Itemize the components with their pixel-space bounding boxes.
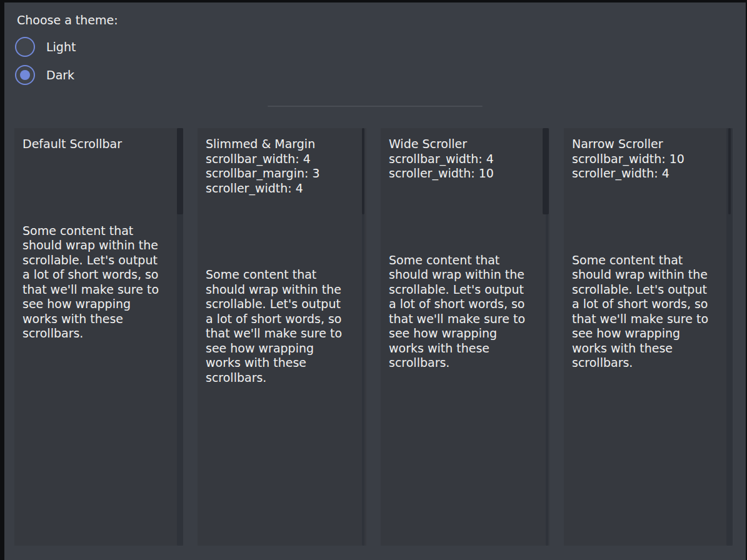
radio-dark-label: Dark — [46, 68, 74, 82]
panel-title: Default Scrollbar — [23, 137, 164, 152]
scrollbar-thumb[interactable] — [728, 128, 731, 214]
scrollable-wide-scroller[interactable]: Wide Scroller scrollbar_width: 4 scrolle… — [381, 128, 549, 546]
panel-paragraph: Some content that should wrap within the… — [572, 253, 714, 371]
theme-prompt: Choose a theme: — [17, 12, 118, 28]
radio-light-label: Light — [46, 39, 76, 54]
scrollable-default-content-area: Default Scrollbar Some content that shou… — [14, 128, 183, 341]
panel-paragraph: Some content that should wrap within the… — [206, 268, 348, 385]
divider-rule — [268, 106, 483, 107]
panel-title: Narrow Scroller scrollbar_width: 10 scro… — [572, 137, 714, 181]
scrollable-wide-content-area: Wide Scroller scrollbar_width: 4 scrolle… — [381, 128, 549, 371]
radio-light[interactable]: Light — [15, 37, 76, 57]
app-root: Choose a theme: Light Dark Default Scrol… — [4, 2, 746, 560]
scrollable-slimmed-margin[interactable]: Slimmed & Margin scrollbar_width: 4 scro… — [198, 128, 366, 546]
scrollbar-thumb[interactable] — [362, 128, 364, 214]
radio-dot-icon — [20, 70, 30, 80]
radio-light-circle[interactable] — [15, 37, 35, 57]
scrollable-slim-content-area: Slimmed & Margin scrollbar_width: 4 scro… — [198, 128, 366, 385]
scrollbar-thumb[interactable] — [177, 128, 183, 214]
scrollable-default[interactable]: Default Scrollbar Some content that shou… — [14, 128, 183, 546]
panel-title: Slimmed & Margin scrollbar_width: 4 scro… — [206, 137, 348, 196]
radio-dark[interactable]: Dark — [15, 65, 74, 85]
scrollbar-thumb[interactable] — [543, 128, 549, 214]
scrollable-narrow-scroller[interactable]: Narrow Scroller scrollbar_width: 10 scro… — [564, 128, 733, 546]
scrollable-panels-row: Default Scrollbar Some content that shou… — [14, 128, 733, 546]
radio-dark-circle[interactable] — [15, 65, 35, 85]
panel-title: Wide Scroller scrollbar_width: 4 scrolle… — [389, 137, 531, 181]
panel-paragraph: Some content that should wrap within the… — [23, 224, 164, 341]
panel-paragraph: Some content that should wrap within the… — [389, 253, 531, 371]
scrollable-narrow-content-area: Narrow Scroller scrollbar_width: 10 scro… — [564, 128, 733, 371]
